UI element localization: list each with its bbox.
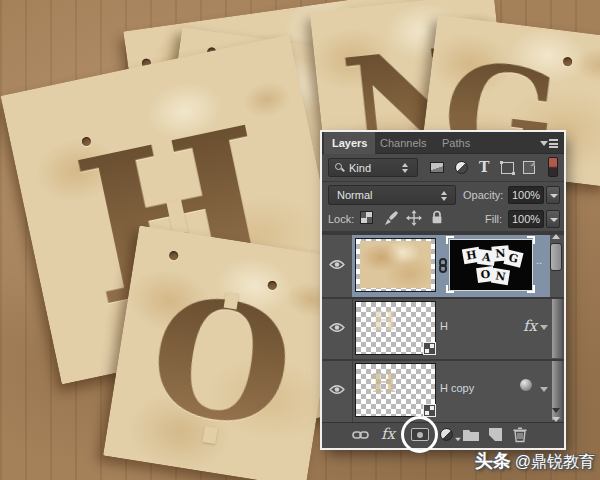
panel-menu-icon[interactable]	[540, 138, 558, 149]
lock-pixels-brush-icon[interactable]	[382, 210, 398, 226]
paper-card-o: O	[103, 225, 342, 480]
expand-effects-arrow-icon[interactable]	[540, 325, 548, 330]
fill-label: Fill:	[485, 213, 502, 225]
layers-panel: Layers Channels Paths Kind T Normal Opac…	[322, 132, 564, 448]
opacity-dropdown-button[interactable]	[546, 186, 560, 204]
scroll-track-end-arrow-icon	[552, 408, 560, 413]
new-group-folder-icon[interactable]	[462, 427, 480, 442]
layer-name[interactable]: H copy	[440, 382, 474, 394]
panel-tab-bar: Layers Channels Paths	[322, 132, 564, 154]
visibility-eye-icon[interactable]	[329, 384, 345, 395]
layer-effects-circle-icon[interactable]	[520, 379, 532, 391]
scroll-up-arrow-icon[interactable]	[552, 234, 560, 239]
blend-mode-value: Normal	[337, 189, 372, 201]
layer-thumbnail[interactable]: H	[355, 301, 436, 355]
lock-transparency-icon[interactable]	[360, 211, 373, 224]
opacity-label: Opacity:	[463, 189, 503, 201]
lock-position-move-icon[interactable]	[406, 210, 422, 226]
blend-mode-dropdown[interactable]: Normal	[328, 185, 456, 205]
layer-name[interactable]: H	[440, 320, 448, 332]
divider	[322, 297, 564, 299]
mask-link-chain-icon[interactable]	[439, 258, 447, 273]
layer-fx-badge[interactable]: fx	[523, 317, 537, 335]
fill-dropdown-button[interactable]	[546, 210, 560, 228]
filter-shape-layers-icon[interactable]	[501, 162, 514, 174]
link-layers-icon[interactable]	[352, 428, 369, 442]
mask-mini-card: N	[491, 268, 510, 285]
divider	[322, 359, 564, 361]
filter-pixel-layers-icon[interactable]	[430, 162, 444, 173]
tab-layers[interactable]: Layers	[324, 132, 375, 154]
layer-mask-thumbnail[interactable]: H A N G O N	[449, 239, 533, 291]
stencil-letter-o: O	[140, 272, 303, 452]
tab-paths[interactable]: Paths	[434, 132, 478, 154]
filter-smart-objects-icon[interactable]	[523, 161, 535, 174]
updown-arrows-icon	[441, 191, 448, 201]
visibility-eye-icon[interactable]	[329, 259, 345, 270]
add-layer-style-icon[interactable]: fx	[381, 425, 395, 443]
search-icon	[335, 163, 342, 170]
mask-selected-bracket	[527, 236, 535, 244]
new-layer-icon[interactable]	[489, 428, 502, 441]
lock-all-padlock-icon[interactable]	[429, 209, 445, 225]
layer-thumbnail[interactable]: H	[355, 363, 436, 417]
paper-texture-thumbnail	[360, 241, 431, 288]
filter-on-off-toggle[interactable]	[548, 157, 558, 177]
layer-list: H A N G O N .. H H fx H	[322, 231, 564, 422]
panel-bottom-toolbar: fx	[322, 422, 564, 446]
delete-layer-trash-icon[interactable]	[512, 426, 528, 443]
mask-selected-bracket	[446, 236, 454, 244]
watermark-platform: 头条	[475, 451, 511, 471]
layer-name-truncated: ..	[536, 254, 542, 266]
filter-adjustment-layers-icon[interactable]	[455, 161, 468, 174]
thumbnail-letter: H	[372, 306, 397, 336]
mask-selected-bracket	[446, 285, 454, 293]
divider	[322, 181, 564, 182]
layer-thumbnail[interactable]	[355, 238, 436, 292]
filter-kind-dropdown[interactable]: Kind	[328, 158, 418, 177]
scrollbar-thumb[interactable]	[550, 243, 562, 271]
adjustment-dropdown-arrow-icon	[455, 438, 461, 442]
opacity-value-box[interactable]: 100%	[508, 186, 544, 204]
visibility-eye-icon[interactable]	[329, 322, 345, 333]
tab-channels[interactable]: Channels	[372, 132, 434, 154]
lock-label: Lock:	[328, 213, 354, 225]
fill-value-box[interactable]: 100%	[508, 210, 544, 228]
annotation-highlight-circle	[401, 416, 438, 453]
mask-selected-bracket	[527, 285, 535, 293]
filter-type-layers-icon[interactable]: T	[479, 161, 489, 174]
stencil-bridge	[202, 426, 217, 444]
updown-arrows-icon	[402, 163, 409, 173]
watermark: 头条@鼎锐教育	[475, 449, 595, 473]
filter-kind-label: Kind	[349, 162, 371, 174]
mask-mini-card: G	[503, 249, 523, 268]
scrollbar-track[interactable]	[552, 299, 562, 358]
thumbnail-letter: H	[372, 368, 397, 398]
smart-object-badge-icon	[423, 342, 436, 355]
smart-object-badge-icon	[423, 404, 436, 417]
watermark-account: @鼎锐教育	[515, 453, 595, 470]
add-adjustment-layer-icon[interactable]	[440, 428, 453, 441]
expand-effects-arrow-icon[interactable]	[540, 387, 548, 392]
stencil-bridge	[224, 292, 239, 310]
